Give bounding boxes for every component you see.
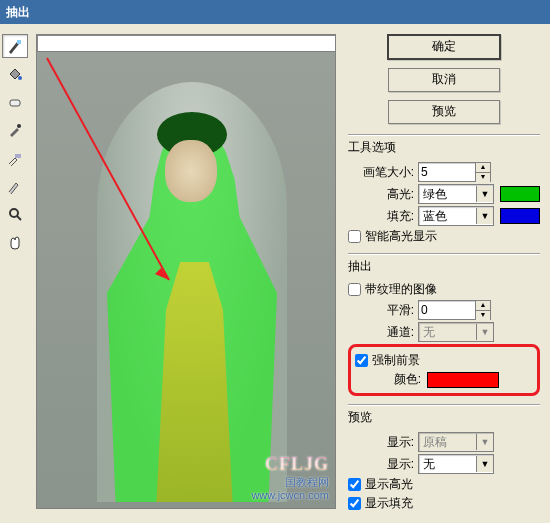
extract-title: 抽出 [348, 256, 540, 279]
hand-tool[interactable] [2, 230, 28, 254]
svg-rect-4 [15, 154, 21, 158]
watermark: CFLJG 国教程网 www.jcwcn.com [251, 454, 329, 502]
cancel-button[interactable]: 取消 [388, 68, 500, 92]
main-area: CFLJG 国教程网 www.jcwcn.com 确定 取消 预览 工具选项 画… [0, 24, 550, 523]
edge-highlighter-tool[interactable] [2, 34, 28, 58]
eraser-tool[interactable] [2, 90, 28, 114]
window-title: 抽出 [6, 5, 30, 19]
extract-group: 抽出 带纹理的图像 平滑: ▲▼ 通道: 无 ▼ [348, 253, 540, 398]
channel-label: 通道: [348, 324, 414, 341]
smooth-input[interactable] [419, 302, 475, 318]
smart-highlight-label: 智能高光显示 [365, 228, 437, 245]
smart-highlight-checkbox[interactable] [348, 230, 361, 243]
fill-select[interactable]: 蓝色 ▼ [418, 206, 494, 226]
zoom-tool[interactable] [2, 202, 28, 226]
smooth-down[interactable]: ▼ [475, 311, 490, 320]
highlight-select[interactable]: 绿色 ▼ [418, 184, 494, 204]
textured-label: 带纹理的图像 [365, 281, 437, 298]
channel-select: 无 ▼ [418, 322, 494, 342]
smooth-field[interactable]: ▲▼ [418, 300, 491, 320]
brush-size-field[interactable]: ▲▼ [418, 162, 491, 182]
effect-show-label: 显示: [348, 456, 414, 473]
cleanup-tool[interactable] [2, 146, 28, 170]
force-foreground-checkbox[interactable] [355, 354, 368, 367]
force-foreground-highlight: 强制前景 颜色: [348, 344, 540, 396]
color-label: 颜色: [355, 371, 421, 388]
tool-options-group: 工具选项 画笔大小: ▲▼ 高光: 绿色 ▼ 填充: 蓝色 [348, 134, 540, 247]
fill-label: 填充: [348, 208, 414, 225]
dropdown-icon: ▼ [476, 434, 493, 450]
svg-rect-2 [10, 100, 20, 106]
svg-point-3 [17, 124, 21, 128]
right-panel: 确定 取消 预览 工具选项 画笔大小: ▲▼ 高光: 绿色 ▼ [344, 24, 550, 523]
dropdown-icon[interactable]: ▼ [476, 208, 493, 224]
svg-point-5 [10, 209, 18, 217]
show-highlight-checkbox[interactable] [348, 478, 361, 491]
watermark-line1: 国教程网 [251, 476, 329, 489]
brush-size-input[interactable] [419, 164, 475, 180]
textured-checkbox[interactable] [348, 283, 361, 296]
toolbar [0, 24, 30, 523]
effect-show-select[interactable]: 无 ▼ [418, 454, 494, 474]
dropdown-icon: ▼ [476, 324, 493, 340]
show-select: 原稿 ▼ [418, 432, 494, 452]
show-fill-label: 显示填充 [365, 495, 413, 512]
force-color-swatch[interactable] [427, 372, 499, 388]
fill-tool[interactable] [2, 62, 28, 86]
edge-touchup-tool[interactable] [2, 174, 28, 198]
brush-size-down[interactable]: ▼ [475, 173, 490, 182]
fill-swatch[interactable] [500, 208, 540, 224]
highlight-value: 绿色 [419, 186, 476, 203]
tool-options-title: 工具选项 [348, 137, 540, 160]
canvas-top-frame [36, 34, 336, 52]
show-fill-checkbox[interactable] [348, 497, 361, 510]
fill-value: 蓝色 [419, 208, 476, 225]
preview-button[interactable]: 预览 [388, 100, 500, 124]
watermark-logo: CFLJG [251, 454, 329, 476]
canvas-area: CFLJG 国教程网 www.jcwcn.com [30, 24, 344, 523]
show-value: 原稿 [419, 434, 476, 451]
watermark-line2: www.jcwcn.com [251, 489, 329, 502]
smooth-up[interactable]: ▲ [475, 301, 490, 311]
show-highlight-label: 显示高光 [365, 476, 413, 493]
force-foreground-label: 强制前景 [372, 352, 420, 369]
svg-rect-0 [17, 40, 21, 44]
eyedropper-tool[interactable] [2, 118, 28, 142]
ok-button[interactable]: 确定 [387, 34, 501, 60]
highlight-swatch[interactable] [500, 186, 540, 202]
svg-line-6 [17, 216, 21, 220]
dropdown-icon[interactable]: ▼ [476, 456, 493, 472]
brush-size-up[interactable]: ▲ [475, 163, 490, 173]
effect-show-value: 无 [419, 456, 476, 473]
highlight-label: 高光: [348, 186, 414, 203]
smooth-label: 平滑: [348, 302, 414, 319]
channel-value: 无 [419, 324, 476, 341]
preview-group: 预览 显示: 原稿 ▼ 显示: 无 ▼ 显示高光 [348, 404, 540, 514]
brush-size-label: 画笔大小: [348, 164, 414, 181]
dropdown-icon[interactable]: ▼ [476, 186, 493, 202]
figure-head [165, 140, 217, 202]
show-label: 显示: [348, 434, 414, 451]
window-titlebar: 抽出 [0, 0, 550, 24]
preview-canvas[interactable]: CFLJG 国教程网 www.jcwcn.com [36, 52, 336, 509]
svg-point-1 [18, 76, 22, 80]
preview-title: 预览 [348, 407, 540, 430]
